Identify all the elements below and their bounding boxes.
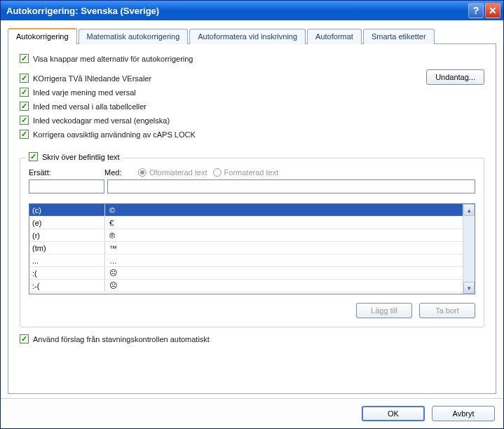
list-cell-from: (c) <box>29 204 105 216</box>
tab-panel: Visa knappar med alternativ för autokorr… <box>8 44 496 394</box>
with-input[interactable] <box>107 179 475 193</box>
check-cap-days-row: Inled veckodagar med versal (engelska) <box>20 116 484 125</box>
group-legend-label: Skriv över befintlig text <box>42 153 120 161</box>
list-cell-from: (r) <box>29 229 105 241</box>
replace-input[interactable] <box>29 179 104 193</box>
tab-smart-tags[interactable]: Smarta etiketter <box>363 29 435 44</box>
dialog-window: Autokorrigering: Svenska (Sverige) ? ✕ A… <box>0 0 504 429</box>
list-cell-to: … <box>105 254 463 266</box>
list-cell-to: € <box>105 217 463 229</box>
check-cap-cells-label: Inled med versal i alla tabellceller <box>33 102 147 111</box>
replace-groupbox: Skriv över befintlig text Ersätt: Med: O… <box>20 158 484 327</box>
scroll-track[interactable] <box>463 216 475 282</box>
ok-button[interactable]: OK <box>362 406 425 421</box>
scroll-up-icon[interactable]: ▴ <box>463 204 475 216</box>
tabstrip: Autokorrigering Matematisk autokorrigeri… <box>8 27 496 44</box>
check-show-buttons[interactable] <box>20 54 29 63</box>
scroll-down-icon[interactable]: ▾ <box>463 282 475 294</box>
list-row[interactable]: (c) © <box>29 204 463 217</box>
replace-label: Ersätt: <box>29 168 104 177</box>
list-row[interactable]: :-( ☹ <box>29 280 463 292</box>
check-caps-lock-row: Korrigera oavsiktlig användning av cAPS … <box>20 130 484 139</box>
check-cap-sentence[interactable] <box>20 88 29 97</box>
with-label: Med: <box>104 168 132 177</box>
radio-plain[interactable] <box>138 168 147 177</box>
check-caps-lock[interactable] <box>20 130 29 139</box>
tab-autoformat-typing[interactable]: Autoformatera vid inskrivning <box>189 29 306 44</box>
check-cap-cells[interactable] <box>20 102 29 111</box>
exceptions-button[interactable]: Undantag... <box>426 69 484 85</box>
tab-math-autocorrect[interactable]: Matematisk autokorrigering <box>79 29 189 44</box>
labels-row: Ersätt: Med: Oformaterad text Formaterad… <box>29 168 475 177</box>
add-button[interactable]: Lägg till <box>356 303 412 318</box>
delete-button[interactable]: Ta bort <box>419 303 475 318</box>
list-cell-to: ☹ <box>105 280 463 292</box>
list-cell-from: ... <box>29 254 105 266</box>
window-title: Autokorrigering: Svenska (Sverige) <box>6 6 467 16</box>
check-spell[interactable] <box>20 334 29 343</box>
help-button[interactable]: ? <box>468 3 484 18</box>
list-cell-from: :-( <box>29 280 105 292</box>
dialog-buttons: OK Avbryt <box>1 398 503 428</box>
close-button[interactable]: ✕ <box>485 3 500 18</box>
check-cap-sentence-row: Inled varje mening med versal <box>20 88 484 97</box>
list-cell-to: ☹ <box>105 267 463 279</box>
cancel-button[interactable]: Avbryt <box>432 406 495 421</box>
check-caps-lock-label: Korrigera oavsiktlig användning av cAPS … <box>33 130 196 139</box>
list-cell-from: (tm) <box>29 242 105 254</box>
list-scrollbar[interactable]: ▴ ▾ <box>463 204 475 294</box>
list-cell-from: (e) <box>29 217 105 229</box>
check-two-initial-row: KOrrigera TVå INledande VErsaler <box>20 74 484 83</box>
check-replace-text[interactable] <box>29 152 38 161</box>
replace-list: (c) © (e) € (r) ® (tm) ™ <box>29 203 475 294</box>
check-two-initial[interactable] <box>20 74 29 83</box>
list-row[interactable]: :( ☹ <box>29 267 463 280</box>
list-cell-to: ™ <box>105 242 463 254</box>
check-show-buttons-label: Visa knappar med alternativ för autokorr… <box>33 55 193 63</box>
inputs-row <box>29 179 475 193</box>
list-row[interactable]: (r) ® <box>29 229 463 242</box>
list-row[interactable]: (e) € <box>29 217 463 229</box>
client-area: Autokorrigering Matematisk autokorrigeri… <box>1 20 503 398</box>
check-show-buttons-row: Visa knappar med alternativ för autokorr… <box>20 54 484 63</box>
list-row[interactable]: (tm) ™ <box>29 242 463 254</box>
check-cap-days[interactable] <box>20 116 29 125</box>
list-row[interactable]: ... … <box>29 254 463 267</box>
group-legend: Skriv över befintlig text <box>26 152 123 161</box>
check-spell-label: Använd förslag från stavningskontrollen … <box>33 335 210 343</box>
check-cap-cells-row: Inled med versal i alla tabellceller <box>20 102 484 111</box>
list-body[interactable]: (c) © (e) € (r) ® (tm) ™ <box>29 204 463 294</box>
list-cell-to: © <box>105 204 463 216</box>
check-cap-days-label: Inled veckodagar med versal (engelska) <box>33 116 170 125</box>
list-cell-from: :( <box>29 267 105 279</box>
tab-autocorrect[interactable]: Autokorrigering <box>8 28 77 44</box>
check-spell-row: Använd förslag från stavningskontrollen … <box>20 334 484 343</box>
list-cell-to: ® <box>105 229 463 241</box>
check-two-initial-label: KOrrigera TVå INledande VErsaler <box>33 74 151 83</box>
radio-formatted-label: Formaterad text <box>224 168 279 177</box>
group-buttons: Lägg till Ta bort <box>29 303 475 318</box>
radio-formatted[interactable] <box>213 168 222 177</box>
check-cap-sentence-label: Inled varje mening med versal <box>33 88 136 97</box>
titlebar: Autokorrigering: Svenska (Sverige) ? ✕ <box>1 1 503 20</box>
tab-autoformat[interactable]: Autoformat <box>307 29 362 44</box>
radio-plain-label: Oformaterad text <box>149 168 207 177</box>
